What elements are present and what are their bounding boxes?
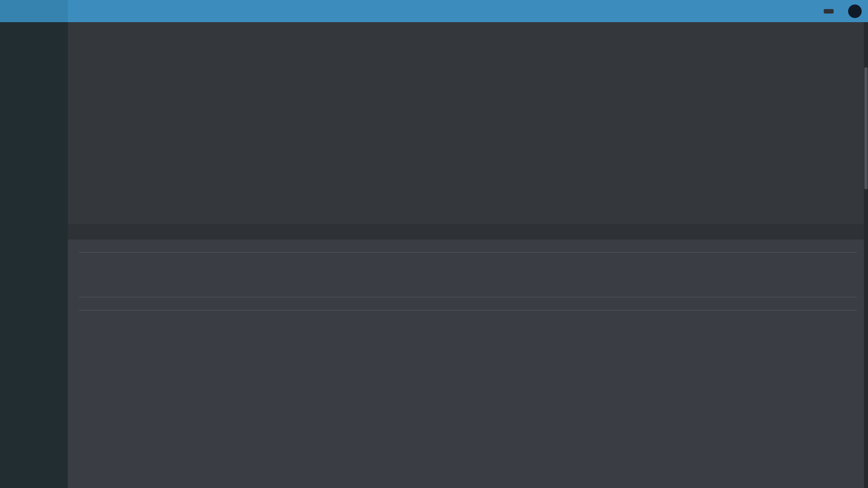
move-button[interactable] [783, 0, 800, 22]
sidebar [0, 22, 68, 488]
devices-table-header [79, 297, 857, 310]
sidebar-toggle-button[interactable] [68, 0, 85, 22]
network-topology [68, 22, 868, 224]
content [68, 239, 868, 488]
app-logo[interactable] [0, 0, 68, 22]
main-area [68, 22, 868, 488]
notifications-button[interactable] [800, 0, 817, 22]
nav-back-button[interactable] [731, 0, 749, 22]
process-status-badge [824, 9, 834, 14]
topbar [0, 0, 868, 22]
refresh-button[interactable] [766, 0, 783, 22]
divider [79, 252, 857, 253]
node-tabs [68, 224, 868, 239]
avatar[interactable] [848, 5, 862, 18]
nav-forward-button[interactable] [749, 0, 766, 22]
netalertx-app [0, 0, 868, 488]
scrollbar-thumb[interactable] [864, 67, 868, 189]
scrollbar[interactable] [864, 22, 868, 488]
